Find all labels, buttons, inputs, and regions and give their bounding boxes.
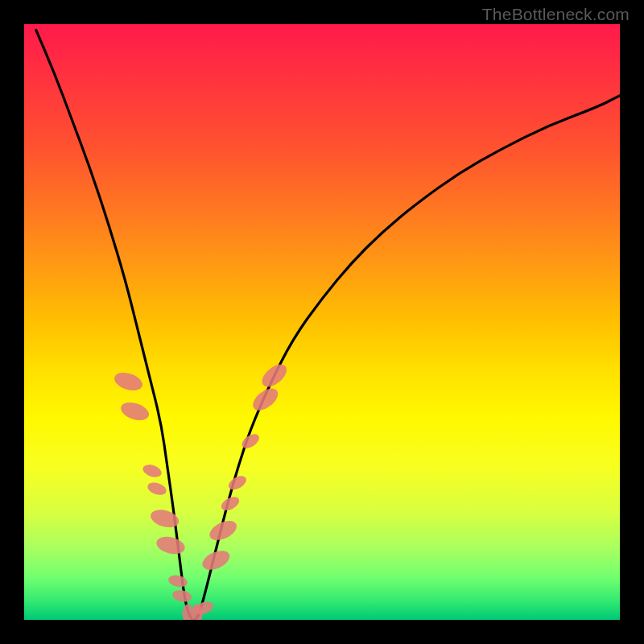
curve-layer: [24, 24, 620, 620]
marker-16: [249, 384, 282, 415]
marker-9: [192, 605, 203, 620]
marker-4: [149, 507, 181, 530]
marker-7: [171, 588, 192, 603]
bottleneck-curve: [36, 30, 620, 620]
marker-13: [219, 494, 242, 514]
chart-frame: TheBottleneck.com: [0, 0, 644, 644]
marker-12: [207, 517, 240, 544]
marker-8: [183, 605, 194, 620]
plot-area: [24, 24, 620, 620]
marker-15: [239, 431, 262, 451]
marker-0: [112, 369, 144, 394]
marker-17: [258, 360, 291, 390]
marker-1: [118, 399, 151, 423]
curve-markers: [112, 360, 291, 620]
marker-3: [146, 481, 167, 497]
curve-path: [36, 30, 620, 620]
marker-10: [193, 600, 215, 617]
marker-14: [226, 473, 249, 493]
marker-5: [155, 534, 187, 556]
watermark-text: TheBottleneck.com: [482, 5, 630, 24]
marker-2: [142, 463, 163, 480]
marker-6: [167, 574, 188, 589]
marker-11: [200, 547, 233, 574]
